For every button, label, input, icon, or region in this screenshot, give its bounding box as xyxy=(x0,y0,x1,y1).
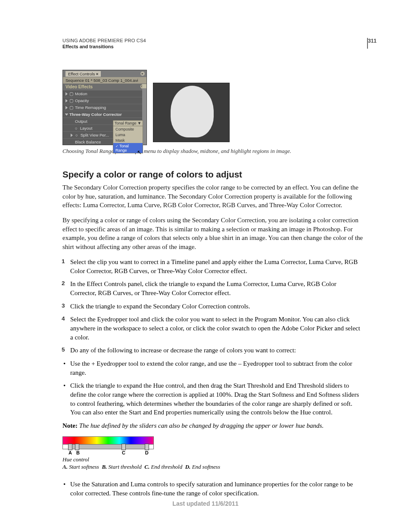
hue-handle-b[interactable] xyxy=(75,444,79,450)
step-4: Select the Eyedropper tool and click the… xyxy=(62,315,364,342)
step-1: Select the clip you want to correct in a… xyxy=(62,258,364,275)
panel-tab-bar: Effect Controls × ▸ xyxy=(63,70,146,77)
sequence-row: Sequence 01 * 508_03 Comp 1_004.avi xyxy=(63,77,146,84)
dropdown-item-composite[interactable]: Composite xyxy=(113,126,143,132)
hue-label-d: D xyxy=(145,450,149,455)
panel-flyout-icon[interactable]: ▸ xyxy=(140,72,145,76)
output-dropdown[interactable]: Tonal Range▼ Composite Luma Mask ✓ Tonal… xyxy=(113,120,143,153)
hue-label-c: C xyxy=(122,450,125,455)
step-3: Click the triangle to expand the Seconda… xyxy=(62,302,364,311)
expand-icon[interactable] xyxy=(65,106,68,109)
effect-row-threeway[interactable]: Three-Way Color Corrector xyxy=(63,111,146,118)
chevron-down-icon: ▼ xyxy=(137,121,141,125)
paragraph-2: By specifying a color or range of colors… xyxy=(62,216,364,252)
hue-handle-c[interactable] xyxy=(121,444,126,450)
effect-row-opacity[interactable]: ▢ Opacity xyxy=(63,97,146,104)
tab-effect-controls[interactable]: Effect Controls × xyxy=(65,71,101,77)
header-product: USING ADOBE PREMIERE PRO CS4 xyxy=(62,38,364,43)
close-icon[interactable]: × xyxy=(96,72,99,76)
figure-1-caption: Choosing Tonal Range from Output menu to… xyxy=(62,148,364,155)
expand-icon[interactable] xyxy=(65,92,68,96)
note: Note: The hue defined by the sliders can… xyxy=(62,421,364,430)
video-effects-header: Video Effects ⟳ xyxy=(63,84,146,90)
radio-icon[interactable]: ○ xyxy=(75,133,78,137)
expand-icon[interactable] xyxy=(65,99,68,103)
step-2: In the Effect Controls panel, click the … xyxy=(62,280,364,297)
scrollbar-up-icon[interactable] xyxy=(142,84,146,88)
sub-bullet-2: Click the triangle to expand the Hue con… xyxy=(62,381,364,417)
hue-label-a: A xyxy=(68,450,72,455)
cursor-icon: ↖ xyxy=(137,149,142,156)
effect-row-motion[interactable]: ▢ Motion xyxy=(63,90,146,97)
step-list: Select the clip you want to correct in a… xyxy=(62,258,364,355)
radio-icon[interactable]: ○ xyxy=(75,126,78,131)
step-5: Do any of the following to increase or d… xyxy=(62,346,364,355)
hue-caption-title: Hue control xyxy=(62,456,364,463)
hue-caption-key: A. Start softness B. Start threshold C. … xyxy=(62,464,364,470)
hue-range-slider[interactable] xyxy=(62,445,154,449)
check-icon: ✓ xyxy=(115,144,118,148)
paragraph-1: The Secondary Color Correction property … xyxy=(62,183,364,210)
dropdown-item-tonal-range[interactable]: ✓ Tonal Range↖ xyxy=(113,143,143,153)
fx-icon: ▢ xyxy=(69,105,73,110)
section-heading: Specify a color or range of colors to ad… xyxy=(62,169,364,180)
tonal-highlight-region xyxy=(171,86,214,137)
program-monitor-preview xyxy=(153,83,230,142)
sub-bullet-1: Use the + Eyedropper tool to extend the … xyxy=(62,359,364,377)
expand-icon[interactable] xyxy=(65,113,68,115)
bullet-saturation-luma: Use the Saturation and Luma controls to … xyxy=(62,480,364,498)
bullet-list-2: Use the Saturation and Luma controls to … xyxy=(62,480,364,498)
hue-handle-a[interactable] xyxy=(68,444,72,450)
fx-icon: ▢ xyxy=(69,91,73,96)
fx-icon: ▢ xyxy=(69,98,73,103)
expand-icon[interactable] xyxy=(71,134,73,137)
hue-handle-d[interactable] xyxy=(145,444,149,450)
figure-1: Effect Controls × ▸ Sequence 01 * 508_03… xyxy=(62,70,364,145)
sub-bullet-list: Use the + Eyedropper tool to extend the … xyxy=(62,359,364,417)
effect-row-time-remapping[interactable]: ▢ Time Remapping xyxy=(63,104,146,111)
dropdown-selected[interactable]: Tonal Range▼ xyxy=(113,121,143,126)
effect-controls-panel: Effect Controls × ▸ Sequence 01 * 508_03… xyxy=(62,70,147,145)
header-section: Effects and transitions xyxy=(62,44,364,49)
dropdown-item-mask[interactable]: Mask xyxy=(113,137,143,143)
hue-label-b: B xyxy=(76,450,80,455)
hue-labels: A B C D xyxy=(62,450,154,455)
page-number: 311 xyxy=(368,38,377,44)
footer-updated: Last updated 11/6/2011 xyxy=(0,500,411,507)
hue-control-figure: A B C D Hue control A. Start softness B.… xyxy=(62,436,364,470)
dropdown-item-luma[interactable]: Luma xyxy=(113,132,143,137)
page: 311 USING ADOBE PREMIERE PRO CS4 Effects… xyxy=(0,0,411,532)
